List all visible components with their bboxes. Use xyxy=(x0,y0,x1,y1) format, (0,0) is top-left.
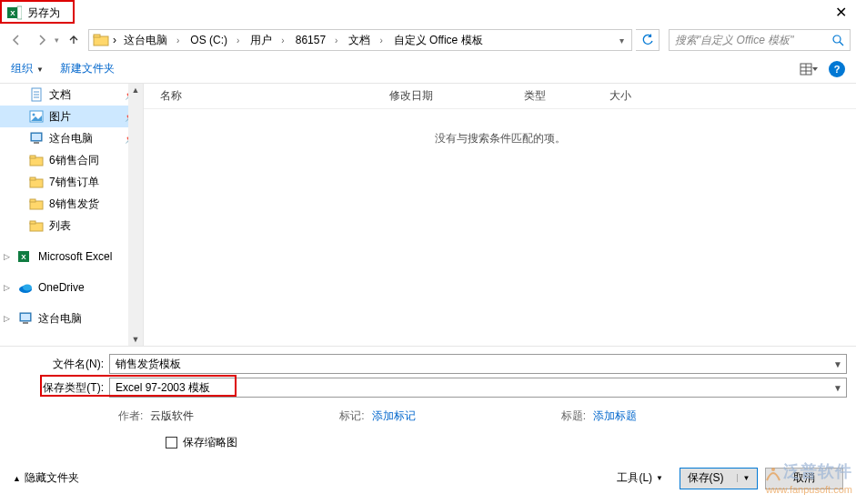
sidebar-item-label: 图片 xyxy=(49,109,71,125)
doc-icon xyxy=(29,87,44,102)
breadcrumb: OS (C:)› xyxy=(186,32,243,48)
sidebar-item[interactable]: 文档📌 xyxy=(0,84,143,106)
column-headers[interactable]: 名称 修改日期 类型 大小 xyxy=(144,84,856,109)
sidebar-item[interactable]: ▷OneDrive xyxy=(0,277,143,298)
pc-icon xyxy=(29,131,44,146)
excel-icon: X xyxy=(7,5,22,20)
breadcrumb: 自定义 Office 模板 xyxy=(390,31,487,50)
filetype-select[interactable]: Excel 97-2003 模板▼ xyxy=(109,378,847,398)
sidebar-item-label: 8销售发货 xyxy=(49,197,99,212)
excel-icon: X xyxy=(18,249,33,264)
svg-text:X: X xyxy=(10,9,15,17)
sidebar-item[interactable]: 7销售订单 xyxy=(0,171,143,193)
back-button[interactable] xyxy=(5,29,27,51)
save-form: 文件名(N): 销售发货模板▼ 保存类型(T): Excel 97-2003 模… xyxy=(0,346,856,458)
close-button[interactable]: ✕ xyxy=(835,4,847,21)
sidebar-item-label: Microsoft Excel xyxy=(38,250,112,263)
new-folder-button[interactable]: 新建文件夹 xyxy=(60,61,115,76)
thumbnail-checkbox[interactable] xyxy=(166,437,177,449)
view-button[interactable] xyxy=(800,63,820,76)
sidebar-item[interactable]: 8销售发货 xyxy=(0,193,143,215)
forward-button[interactable] xyxy=(31,29,53,51)
sidebar-item-label: 这台电脑 xyxy=(38,311,82,327)
toolbar: 组织▼ 新建文件夹 ? xyxy=(0,55,856,84)
sidebar-item-label: 7销售订单 xyxy=(49,175,99,190)
filetype-label: 保存类型(T): xyxy=(9,380,109,396)
filename-label: 文件名(N): xyxy=(9,357,109,372)
sidebar-item[interactable]: 列表 xyxy=(0,215,143,237)
organize-menu[interactable]: 组织▼ xyxy=(11,61,44,76)
col-size[interactable]: 大小 xyxy=(609,88,631,104)
expand-icon[interactable]: ▷ xyxy=(4,314,10,323)
svg-point-31 xyxy=(23,285,32,291)
svg-point-16 xyxy=(33,114,35,116)
sidebar-item-label: 这台电脑 xyxy=(49,131,93,146)
svg-rect-25 xyxy=(30,199,35,202)
history-dropdown[interactable]: ▾ xyxy=(55,35,59,45)
expand-icon[interactable]: ▷ xyxy=(4,252,10,261)
breadcrumb: 用户› xyxy=(247,31,287,50)
file-list: 名称 修改日期 类型 大小 没有与搜索条件匹配的项。 xyxy=(144,84,856,346)
svg-rect-33 xyxy=(21,314,30,320)
chevron-right-icon[interactable]: › xyxy=(113,34,116,46)
thumbnail-label: 保存缩略图 xyxy=(183,435,237,450)
author-field[interactable]: 作者:云版软件 xyxy=(118,408,194,424)
expand-icon[interactable]: ▷ xyxy=(4,283,10,292)
svg-text:X: X xyxy=(21,253,26,261)
cancel-button[interactable]: 取消 xyxy=(765,468,843,489)
sidebar-item-label: 列表 xyxy=(49,218,71,234)
folder-icon xyxy=(29,197,44,211)
save-button[interactable]: 保存(S)▼ xyxy=(680,468,758,489)
refresh-button[interactable] xyxy=(636,29,660,51)
address-dropdown[interactable]: ▾ xyxy=(616,35,628,45)
breadcrumb: 这台电脑› xyxy=(120,31,183,50)
folder-icon xyxy=(29,153,44,167)
folder-icon xyxy=(29,218,44,233)
sidebar-item-label: 6销售合同 xyxy=(49,153,99,168)
hide-folders-toggle[interactable]: ▲隐藏文件夹 xyxy=(13,470,79,486)
svg-rect-4 xyxy=(94,35,100,37)
help-button[interactable]: ? xyxy=(829,61,845,77)
tags-field[interactable]: 标记:添加标记 xyxy=(339,408,415,424)
title-field[interactable]: 标题:添加标题 xyxy=(561,408,637,424)
svg-rect-18 xyxy=(32,134,41,140)
sidebar-item[interactable]: 6销售合同 xyxy=(0,149,143,171)
tools-menu[interactable]: 工具(L)▼ xyxy=(608,467,672,489)
sidebar-item[interactable]: ▷这台电脑 xyxy=(0,307,143,329)
search-icon xyxy=(832,35,844,46)
folder-icon xyxy=(93,33,109,47)
svg-rect-19 xyxy=(34,142,39,144)
sidebar-item[interactable]: 这台电脑📌 xyxy=(0,127,143,149)
svg-rect-21 xyxy=(30,156,35,158)
col-date[interactable]: 修改日期 xyxy=(389,88,524,104)
svg-rect-2 xyxy=(17,6,22,19)
onedrive-icon xyxy=(18,280,33,295)
sidebar-item[interactable]: 图片📌 xyxy=(0,106,143,127)
address-bar[interactable]: › 这台电脑› OS (C:)› 用户› 86157› 文档› 自定义 Offi… xyxy=(88,29,632,51)
svg-rect-23 xyxy=(30,177,35,180)
nav-row: ▾ › 这台电脑› OS (C:)› 用户› 86157› 文档› 自定义 Of… xyxy=(0,25,856,55)
sidebar-scrollbar[interactable]: ▲▼ xyxy=(128,84,143,346)
titlebar: X 另存为 ✕ xyxy=(0,0,856,25)
sidebar: 文档📌图片📌这台电脑📌6销售合同7销售订单8销售发货列表▷XMicrosoft … xyxy=(0,84,144,346)
svg-line-6 xyxy=(840,42,843,45)
pic-icon xyxy=(29,109,44,124)
folder-icon xyxy=(29,175,44,189)
breadcrumb: 文档› xyxy=(345,31,386,50)
breadcrumb: 86157› xyxy=(292,32,342,48)
svg-point-5 xyxy=(833,35,841,43)
footer: ▲隐藏文件夹 工具(L)▼ 保存(S)▼ 取消 xyxy=(0,458,856,499)
col-name[interactable]: 名称 xyxy=(160,88,389,104)
up-button[interactable] xyxy=(63,29,85,51)
search-input[interactable]: 搜索"自定义 Office 模板" xyxy=(669,29,851,51)
svg-rect-27 xyxy=(30,221,35,224)
sidebar-item-label: OneDrive xyxy=(38,281,85,294)
sidebar-item[interactable]: ▷XMicrosoft Excel xyxy=(0,246,143,267)
filename-input[interactable]: 销售发货模板▼ xyxy=(109,354,847,374)
pc-icon xyxy=(18,311,33,326)
col-type[interactable]: 类型 xyxy=(524,88,609,104)
svg-rect-34 xyxy=(23,322,28,324)
sidebar-item-label: 文档 xyxy=(49,87,71,103)
empty-message: 没有与搜索条件匹配的项。 xyxy=(144,131,856,146)
window-title: 另存为 xyxy=(27,5,60,21)
